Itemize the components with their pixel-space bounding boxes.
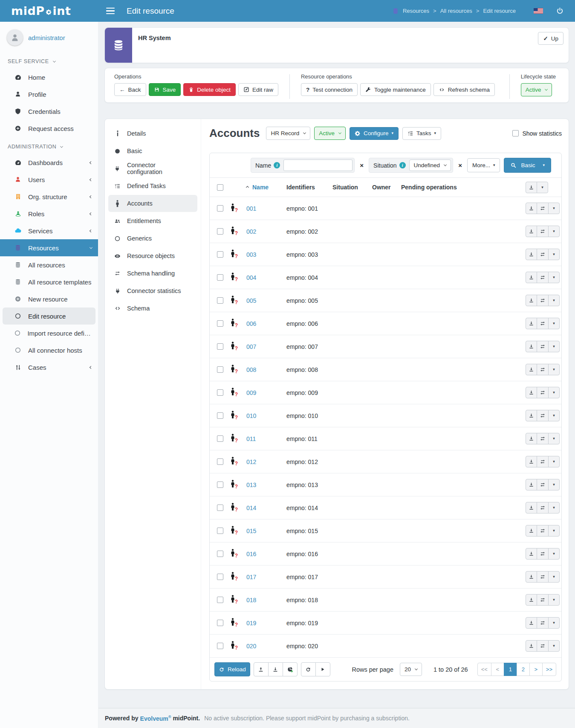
row-checkbox[interactable] — [217, 458, 223, 465]
row-menu-button[interactable]: ▾ — [548, 594, 560, 606]
row-exchange-button[interactable] — [537, 479, 549, 490]
account-name-link[interactable]: 019 — [246, 620, 256, 626]
row-menu-button[interactable]: ▾ — [548, 433, 560, 444]
search-button[interactable]: Basic ▾ — [504, 158, 551, 173]
clear-situation-filter-button[interactable]: × — [457, 162, 463, 169]
row-checkbox[interactable] — [217, 228, 223, 235]
row-menu-button[interactable]: ▾ — [548, 617, 560, 629]
row-checkbox[interactable] — [217, 251, 223, 258]
account-name-link[interactable]: 003 — [246, 251, 256, 258]
row-download-button[interactable] — [526, 479, 537, 490]
row-menu-button[interactable]: ▾ — [548, 502, 560, 513]
row-checkbox[interactable] — [217, 297, 223, 304]
row-checkbox[interactable] — [217, 274, 223, 281]
nav-item-details[interactable]: Details — [108, 125, 197, 142]
account-name-link[interactable]: 009 — [246, 389, 256, 396]
app-logo[interactable]: midP int — [0, 4, 98, 17]
evolveum-link[interactable]: Evolveum® — [140, 715, 171, 722]
name-filter-input[interactable] — [283, 160, 353, 171]
row-menu-button[interactable]: ▾ — [548, 387, 560, 398]
breadcrumb-link-all-resources[interactable]: All resources — [440, 8, 472, 14]
lifecycle-select[interactable]: Active — [521, 83, 552, 96]
row-exchange-button[interactable] — [537, 226, 549, 237]
row-exchange-button[interactable] — [537, 295, 549, 306]
row-exchange-button[interactable] — [537, 433, 549, 444]
account-name-link[interactable]: 014 — [246, 505, 256, 511]
row-checkbox[interactable] — [217, 412, 223, 419]
row-exchange-button[interactable] — [537, 502, 549, 513]
account-name-link[interactable]: 008 — [246, 366, 256, 373]
row-menu-button[interactable]: ▾ — [548, 548, 560, 560]
row-exchange-button[interactable] — [537, 364, 549, 375]
breadcrumb-link-resources[interactable]: Resources — [403, 8, 429, 14]
more-filters-button[interactable]: More... ▾ — [467, 158, 500, 172]
row-checkbox[interactable] — [217, 551, 223, 557]
row-download-button[interactable] — [526, 318, 537, 329]
row-checkbox[interactable] — [217, 389, 223, 396]
info-icon[interactable]: i — [399, 162, 406, 168]
situation-select[interactable]: Undefined — [409, 160, 451, 171]
row-exchange-button[interactable] — [537, 525, 549, 537]
row-download-button[interactable] — [526, 525, 537, 537]
column-header-identifiers[interactable]: Identifiers — [286, 184, 332, 191]
account-state-select[interactable]: Active — [314, 127, 346, 140]
sidebar-item-credentials[interactable]: Credentials — [0, 103, 98, 120]
sidebar-item-request-access[interactable]: Request access — [0, 120, 98, 137]
delete-object-button[interactable]: Delete object — [183, 83, 236, 96]
nav-item-entitlements[interactable]: Entitlements — [108, 212, 197, 229]
nav-item-basic[interactable]: Basic — [108, 142, 197, 160]
sidebar-item-services[interactable]: Services — [0, 222, 98, 239]
sidebar-item-users[interactable]: Users — [0, 171, 98, 188]
user-panel[interactable]: administrator — [0, 27, 98, 52]
row-checkbox[interactable] — [217, 643, 223, 649]
row-checkbox[interactable] — [217, 574, 223, 580]
row-checkbox[interactable] — [217, 620, 223, 626]
sidebar-item-dashboards[interactable]: Dashboards — [0, 154, 98, 171]
row-menu-button[interactable]: ▾ — [548, 295, 560, 306]
resume-paging-button[interactable] — [315, 662, 330, 676]
back-button[interactable]: ← Back — [114, 83, 146, 96]
row-menu-button[interactable]: ▾ — [548, 226, 560, 237]
logout-power-icon[interactable] — [556, 7, 564, 15]
pagination-button[interactable]: > — [529, 663, 543, 676]
sidebar-item-edit-resource[interactable]: Edit resource — [3, 307, 95, 325]
row-checkbox[interactable] — [217, 343, 223, 350]
row-download-button[interactable] — [526, 203, 537, 214]
row-checkbox[interactable] — [217, 505, 223, 511]
row-download-button[interactable] — [526, 456, 537, 467]
column-header-name[interactable]: Name — [246, 184, 286, 191]
row-exchange-button[interactable] — [537, 617, 549, 629]
nav-item-accounts[interactable]: Accounts — [108, 195, 197, 212]
test-connection-button[interactable]: ? Test connection — [301, 83, 358, 96]
row-menu-button[interactable]: ▾ — [548, 272, 560, 283]
row-download-button[interactable] — [526, 502, 537, 513]
nav-item-connector-configuration[interactable]: Connector configuration — [108, 160, 197, 177]
account-name-link[interactable]: 002 — [246, 228, 256, 235]
account-name-link[interactable]: 006 — [246, 320, 256, 327]
row-download-button[interactable] — [526, 364, 537, 375]
account-name-link[interactable]: 005 — [246, 297, 256, 304]
download-all-button[interactable] — [268, 662, 283, 676]
sidebar-item-cases[interactable]: Cases — [0, 359, 98, 376]
sidebar-item-resources[interactable]: Resources — [0, 239, 98, 256]
account-name-link[interactable]: 015 — [246, 528, 256, 534]
account-name-link[interactable]: 001 — [246, 205, 256, 212]
row-checkbox[interactable] — [217, 481, 223, 488]
show-statistics-checkbox[interactable] — [512, 130, 519, 136]
row-exchange-button[interactable] — [537, 203, 549, 214]
import-button[interactable] — [254, 662, 269, 676]
edit-raw-button[interactable]: Edit raw — [238, 83, 278, 96]
create-report-button[interactable] — [283, 662, 298, 676]
column-header-pending-operations[interactable]: Pending operations — [400, 184, 525, 191]
nav-item-defined-tasks[interactable]: Defined Tasks — [108, 177, 197, 194]
save-button[interactable]: Save — [149, 83, 181, 96]
configure-button[interactable]: Configure ▾ — [350, 127, 399, 140]
account-name-link[interactable]: 013 — [246, 481, 256, 488]
row-menu-button[interactable]: ▾ — [548, 640, 560, 652]
section-self-service[interactable]: SELF SERVICE — [0, 52, 98, 69]
nav-item-connector-statistics[interactable]: Connector statistics — [108, 282, 197, 299]
row-menu-button[interactable]: ▾ — [548, 364, 560, 375]
object-class-select[interactable]: HR Record — [266, 127, 310, 140]
row-menu-button[interactable]: ▾ — [548, 318, 560, 329]
row-menu-button[interactable]: ▾ — [548, 456, 560, 467]
